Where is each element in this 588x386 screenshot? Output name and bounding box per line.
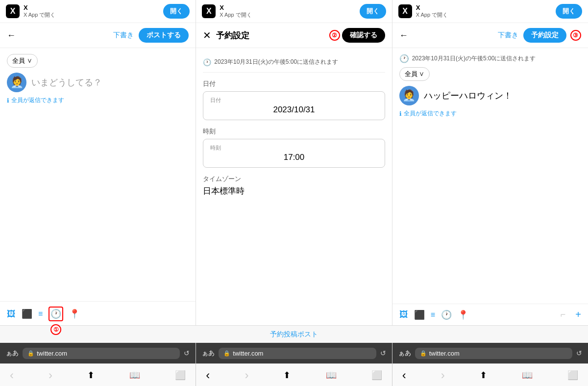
time-input-label: 時刻 xyxy=(210,144,377,152)
lock-icon-3: 🔒 xyxy=(420,350,427,357)
banner-subtitle-3: X App で開く xyxy=(416,11,552,19)
nav-book-2[interactable]: 📖 xyxy=(326,370,337,381)
browser-nav-3: ‹ › ⬆ 📖 ⬜ xyxy=(392,363,588,386)
poll-icon-3[interactable]: ≡ xyxy=(431,310,435,319)
add-icon-3[interactable]: + xyxy=(575,309,581,320)
panel-confirm: X X X App で開く 開く ← 下書き 予約設定 ③ 🕐 2023年10月… xyxy=(392,0,588,325)
browser-nav-1: ‹ › ⬆ 📖 ⬜ xyxy=(0,363,196,386)
browser-panels: ぁあ 🔒 twitter.com ↺ ‹ › ⬆ 📖 ⬜ ぁあ 🔒 xyxy=(0,343,588,386)
back-button-1[interactable]: ← xyxy=(7,30,16,41)
nav-tabs-1[interactable]: ⬜ xyxy=(175,370,186,381)
reply-info-1: ℹ 全員が返信できます xyxy=(7,96,189,104)
reload-icon-1[interactable]: ↺ xyxy=(184,349,190,357)
location-icon-3[interactable]: 📍 xyxy=(458,309,468,320)
schedule-icon-3[interactable]: 🕐 xyxy=(441,309,452,320)
draft-button-1[interactable]: 下書き xyxy=(113,31,134,40)
bottom-section: 予約投稿ポスト ぁあ 🔒 twitter.com ↺ ‹ › ⬆ 📖 ⬜ xyxy=(0,325,588,386)
bottom-label: 予約投稿ポスト xyxy=(270,330,318,339)
url-area-3[interactable]: 🔒 twitter.com xyxy=(415,348,572,359)
close-button-2[interactable]: ✕ xyxy=(203,29,211,41)
nav-back-2[interactable]: ‹ xyxy=(206,368,210,382)
confirm-wrapper-2: ② 確認する xyxy=(329,28,385,43)
time-group: 時刻 時刻 17:00 xyxy=(203,127,385,168)
nav-book-3[interactable]: 📖 xyxy=(522,370,533,381)
nav-share-2[interactable]: ⬆ xyxy=(283,370,291,381)
schedule-info-2: 🕐 2023年10月31日(火)の午後5:00に送信されます xyxy=(203,54,385,73)
audience-selector-1[interactable]: 全員 ∨ xyxy=(7,54,38,68)
open-button-1[interactable]: 開く xyxy=(163,4,190,19)
browser-aa-1: ぁあ xyxy=(6,349,19,358)
banner-text-1: X X App で開く xyxy=(24,4,159,19)
banner-title-3: X xyxy=(416,4,552,11)
nav-tabs-2[interactable]: ⬜ xyxy=(371,370,382,381)
banner-subtitle-1: X App で開く xyxy=(24,11,159,19)
draft-button-3[interactable]: 下書き xyxy=(498,31,518,40)
browser-nav-2: ‹ › ⬆ 📖 ⬜ xyxy=(196,363,392,386)
date-input-wrapper[interactable]: 日付 2023/10/31 xyxy=(203,91,385,120)
schedule-content-2: 🕐 2023年10月31日(火)の午後5:00に送信されます 日付 日付 202… xyxy=(196,48,392,325)
open-button-2[interactable]: 開く xyxy=(360,4,386,19)
timezone-label: タイムゾーン xyxy=(203,175,385,183)
nav-tabs-3[interactable]: ⬜ xyxy=(567,370,578,381)
reload-icon-3[interactable]: ↺ xyxy=(576,349,582,357)
gif-icon-3[interactable]: ⬛ xyxy=(414,309,425,320)
browser-section-2: ぁあ 🔒 twitter.com ↺ ‹ › ⬆ 📖 ⬜ xyxy=(196,343,392,386)
time-input-wrapper[interactable]: 時刻 17:00 xyxy=(203,139,385,168)
post-button-1[interactable]: ポストする xyxy=(139,28,189,43)
browser-bar-2: ぁあ 🔒 twitter.com ↺ xyxy=(196,343,392,363)
image-icon-3[interactable]: 🖼 xyxy=(399,309,408,320)
compose-row-1: 🧑‍💼 いまどうしてる？ xyxy=(7,73,189,92)
location-icon-1[interactable]: 📍 xyxy=(69,309,80,319)
nav-bar-3: ← 下書き 予約設定 ③ xyxy=(392,23,588,48)
date-input-value: 2023/10/31 xyxy=(210,105,377,115)
minus-icon-3: ⌐ xyxy=(561,309,566,320)
poll-icon-1[interactable]: ≡ xyxy=(38,309,43,318)
gif-icon-1[interactable]: ⬛ xyxy=(22,309,32,319)
url-text-3: twitter.com xyxy=(429,350,460,357)
nav-share-3[interactable]: ⬆ xyxy=(480,370,487,381)
back-button-3[interactable]: ← xyxy=(399,30,408,41)
reload-icon-2[interactable]: ↺ xyxy=(380,349,386,357)
date-label: 日付 xyxy=(203,79,385,88)
nav-back-1[interactable]: ‹ xyxy=(10,368,14,382)
banner-3: X X X App で開く 開く xyxy=(392,0,588,23)
badge-2: ② xyxy=(329,30,340,41)
clock-icon-3: 🕐 xyxy=(399,54,409,63)
schedule-button-3[interactable]: 予約設定 xyxy=(523,28,566,43)
browser-bar-3: ぁあ 🔒 twitter.com ↺ xyxy=(392,343,588,363)
reply-info-3: ℹ 全員が返信できます xyxy=(399,109,581,118)
browser-aa-2: ぁあ xyxy=(202,349,215,358)
schedule-icon-1[interactable]: 🕐 xyxy=(49,307,63,321)
confirm-content-3: 🕐 2023年10月31日(火)の午後5:00に送信されます 全員 ∨ 🧑‍💼 … xyxy=(392,48,588,304)
image-icon-1[interactable]: 🖼 xyxy=(7,309,16,319)
nav-forward-2[interactable]: › xyxy=(245,368,248,382)
panel-compose: X X X App で開く 開く ← 下書き ポストする 全員 ∨ 🧑‍💼 いま… xyxy=(0,0,196,325)
audience-selector-3[interactable]: 全員 ∨ xyxy=(399,67,430,81)
nav-back-3[interactable]: ‹ xyxy=(402,368,406,382)
url-area-1[interactable]: 🔒 twitter.com xyxy=(23,348,180,359)
confirm-button-2[interactable]: 確認する xyxy=(342,28,385,43)
compose-placeholder-1[interactable]: いまどうしてる？ xyxy=(31,73,189,88)
open-button-3[interactable]: 開く xyxy=(556,4,582,19)
banner-2: X X X App で開く 開く xyxy=(196,0,392,23)
nav-forward-3[interactable]: › xyxy=(441,368,445,382)
banner-1: X X X App で開く 開く xyxy=(0,0,196,23)
nav-bar-1: ← 下書き ポストする xyxy=(0,23,196,48)
nav-share-1[interactable]: ⬆ xyxy=(87,370,95,381)
badge-3: ③ xyxy=(570,30,581,41)
nav-forward-1[interactable]: › xyxy=(49,368,52,382)
banner-text-3: X X App で開く xyxy=(416,4,552,19)
badge-1: ① xyxy=(50,324,61,335)
timezone-value: 日本標準時 xyxy=(203,185,385,197)
url-area-2[interactable]: 🔒 twitter.com xyxy=(219,348,376,359)
nav-book-1[interactable]: 📖 xyxy=(129,370,140,381)
banner-title-2: X xyxy=(220,4,355,11)
tweet-text-3[interactable]: ハッピーハロウィン！ xyxy=(424,86,581,102)
browser-section-1: ぁあ 🔒 twitter.com ↺ ‹ › ⬆ 📖 ⬜ xyxy=(0,343,196,386)
browser-bar-1: ぁあ 🔒 twitter.com ↺ xyxy=(0,343,196,363)
url-text-2: twitter.com xyxy=(233,350,263,357)
x-logo-1: X xyxy=(6,4,20,18)
x-logo-2: X xyxy=(202,4,216,18)
nav-title-2: 予約設定 xyxy=(216,30,324,41)
time-label: 時刻 xyxy=(203,127,385,136)
